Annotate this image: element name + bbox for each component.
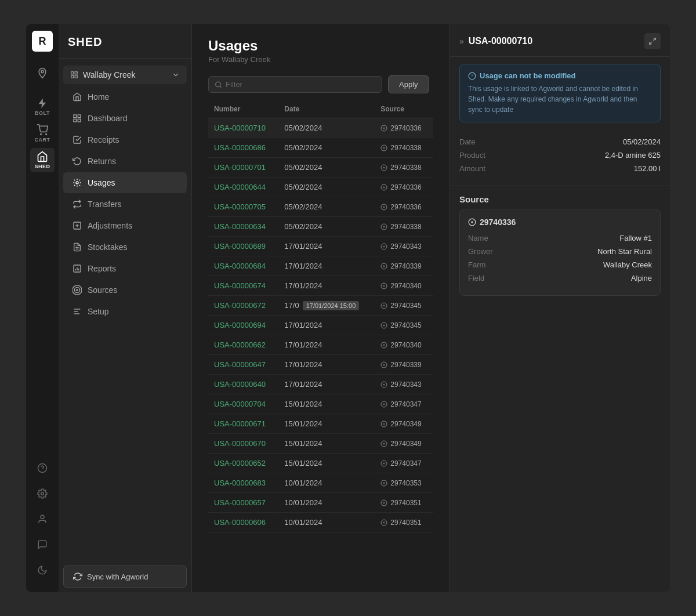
sidebar-item-sources[interactable]: Sources — [63, 280, 187, 300]
farm-selector[interactable]: Wallaby Creek — [63, 66, 187, 84]
table-row[interactable]: USA-0000065710/01/202429740351 — [208, 493, 433, 513]
row-number: USA-00000657 — [208, 493, 278, 513]
row-number: USA-00000684 — [208, 256, 278, 276]
row-source: 29740339 — [375, 355, 433, 375]
table-row[interactable]: USA-0000067417/01/202429740340 — [208, 276, 433, 296]
source-icon — [380, 204, 387, 211]
sync-button[interactable]: Sync with Agworld — [63, 566, 187, 588]
row-source: 29740349 — [375, 414, 433, 434]
svg-point-4 — [41, 492, 44, 495]
bolt-icon[interactable]: BOLT — [30, 95, 55, 119]
detail-amount-row: Amount 152.00 l — [459, 164, 661, 173]
source-field-value: Fallow #1 — [619, 234, 652, 242]
row-number: USA-00000694 — [208, 316, 278, 335]
table-row[interactable]: USA-0000069417/01/202429740345 — [208, 316, 433, 335]
table-row[interactable]: USA-0000068417/01/202429740339 — [208, 256, 433, 276]
table-row[interactable]: USA-0000060610/01/202429740351 — [208, 513, 433, 532]
row-number: USA-00000640 — [208, 375, 278, 394]
main-content: Usages For Wallaby Creek Apply Number Da… — [192, 24, 449, 592]
sidebar-item-transfers[interactable]: Transfers — [63, 194, 187, 215]
source-icon — [380, 361, 387, 368]
svg-rect-12 — [78, 119, 81, 122]
row-date: 15/01/2024 — [278, 454, 375, 473]
table-row[interactable]: USA-0000064717/01/202429740339 — [208, 355, 433, 375]
filter-input[interactable] — [226, 80, 376, 89]
chat-icon[interactable] — [32, 534, 53, 555]
detail-amount-label: Amount — [459, 164, 485, 173]
table-row[interactable]: USA-0000070105/02/202429740338 — [208, 158, 433, 177]
table-row[interactable]: USA-0000064017/01/202429740343 — [208, 375, 433, 394]
transfers-icon — [72, 200, 82, 209]
home-icon — [72, 92, 82, 102]
row-source: 29740343 — [375, 375, 433, 394]
row-date: 17/01/2024 — [278, 256, 375, 276]
row-source: 29740343 — [375, 237, 433, 256]
sidebar-item-returns[interactable]: Returns — [63, 151, 187, 172]
col-source: Source — [375, 100, 433, 118]
icon-rail: R BOLT CART SHED — [26, 24, 59, 592]
table-row[interactable]: USA-0000063405/02/202429740338 — [208, 217, 433, 237]
sidebar-item-stocktakes[interactable]: Stocktakes — [63, 237, 187, 258]
sidebar-item-adjustments[interactable]: Adjustments — [63, 215, 187, 236]
right-panel: » USA-00000710 Usage can not be modified… — [449, 24, 670, 592]
row-number: USA-00000710 — [208, 118, 278, 138]
panel-expand-button[interactable] — [644, 33, 661, 49]
dark-mode-icon[interactable] — [32, 560, 53, 581]
source-field-value: Alpine — [631, 274, 652, 282]
expand-icon — [648, 37, 657, 45]
sync-label: Sync with Agworld — [87, 572, 148, 581]
table-row[interactable]: USA-0000067217/017/01/2024 15:0029740345 — [208, 296, 433, 316]
row-number: USA-00000647 — [208, 355, 278, 375]
stocktakes-label: Stocktakes — [88, 242, 127, 252]
detail-amount-value: 152.00 l — [634, 164, 661, 173]
table-row[interactable]: USA-0000067115/01/202429740349 — [208, 414, 433, 434]
apply-button[interactable]: Apply — [388, 75, 429, 93]
row-date: 05/02/2024 — [278, 158, 375, 177]
source-field-row: GrowerNorth Star Rural — [468, 247, 652, 256]
source-field-label: Farm — [468, 260, 485, 269]
farm-name: Wallaby Creek — [83, 70, 136, 79]
panel-id: USA-00000710 — [469, 36, 532, 46]
svg-point-5 — [41, 515, 44, 519]
svg-point-39 — [383, 325, 385, 326]
table-row[interactable]: USA-0000070415/01/202429740347 — [208, 394, 433, 414]
row-number: USA-00000671 — [208, 414, 278, 434]
sidebar-item-receipts[interactable]: Receipts — [63, 129, 187, 150]
app-logo[interactable]: R — [32, 31, 53, 52]
sidebar-item-setup[interactable]: Setup — [63, 301, 187, 322]
source-field-label: Field — [468, 274, 484, 282]
row-number: USA-00000674 — [208, 276, 278, 296]
cart-icon[interactable]: CART — [30, 121, 55, 146]
shed-icon[interactable]: SHED — [30, 148, 55, 172]
svg-point-23 — [72, 285, 82, 295]
table-row[interactable]: USA-0000065215/01/202429740347 — [208, 454, 433, 473]
warning-box: Usage can not be modified This usage is … — [459, 64, 661, 122]
sidebar-item-usages[interactable]: Usages — [63, 172, 187, 193]
dashboard-label: Dashboard — [88, 114, 128, 123]
sidebar-item-dashboard[interactable]: Dashboard — [63, 108, 187, 129]
receipts-icon — [72, 135, 82, 144]
table-row[interactable]: USA-0000068605/02/202429740338 — [208, 138, 433, 158]
usages-table-wrap: Number Date Source USA-0000071005/02/202… — [192, 100, 449, 592]
location-icon[interactable] — [30, 61, 55, 85]
detail-section: Date 05/02/2024 Product 2,4-D amine 625 … — [450, 129, 670, 186]
svg-point-45 — [383, 443, 385, 444]
table-row[interactable]: USA-0000067015/01/202429740349 — [208, 434, 433, 454]
user-icon[interactable] — [32, 509, 53, 530]
sync-icon — [73, 572, 82, 581]
sidebar-item-home[interactable]: Home — [63, 86, 187, 107]
help-icon[interactable] — [32, 458, 53, 479]
table-row[interactable]: USA-0000070505/02/202429740336 — [208, 197, 433, 217]
filter-input-wrap[interactable] — [208, 76, 382, 93]
sidebar-item-reports[interactable]: Reports — [63, 258, 187, 279]
table-row[interactable]: USA-0000066217/01/202429740340 — [208, 335, 433, 355]
table-row[interactable]: USA-0000071005/02/202429740336 — [208, 118, 433, 138]
table-row[interactable]: USA-0000064405/02/202429740336 — [208, 177, 433, 197]
table-row[interactable]: USA-0000068917/01/202429740343 — [208, 237, 433, 256]
row-source: 29740351 — [375, 513, 433, 532]
svg-point-53 — [472, 222, 473, 223]
settings-icon[interactable] — [32, 483, 53, 504]
row-date: 10/01/2024 — [278, 513, 375, 532]
source-icon — [380, 460, 387, 467]
table-row[interactable]: USA-0000068310/01/202429740353 — [208, 473, 433, 493]
